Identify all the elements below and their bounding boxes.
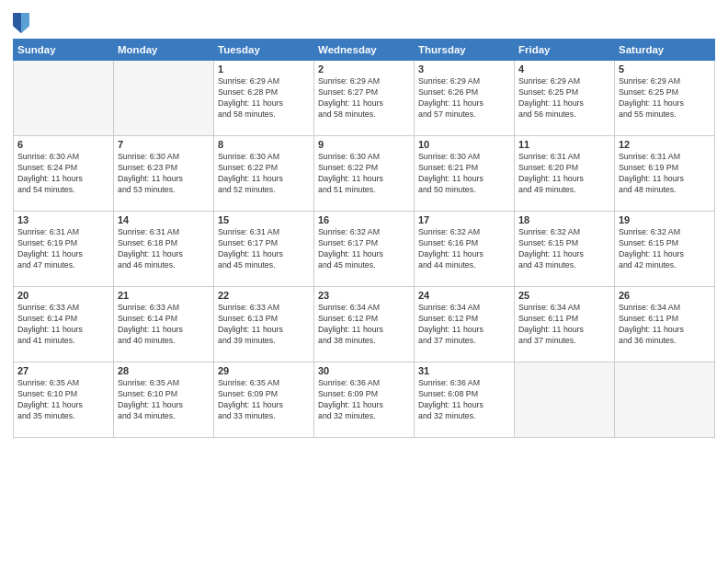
day-number: 16	[318, 214, 410, 225]
day-number: 1	[218, 63, 310, 75]
calendar: SundayMondayTuesdayWednesdayThursdayFrid…	[13, 39, 715, 438]
day-info: Sunrise: 6:29 AM Sunset: 6:26 PM Dayligh…	[418, 76, 510, 121]
calendar-cell: 2Sunrise: 6:29 AM Sunset: 6:27 PM Daylig…	[314, 61, 415, 136]
day-info: Sunrise: 6:35 AM Sunset: 6:10 PM Dayligh…	[17, 378, 109, 422]
day-info: Sunrise: 6:32 AM Sunset: 6:17 PM Dayligh…	[318, 227, 410, 271]
calendar-cell: 15Sunrise: 6:31 AM Sunset: 6:17 PM Dayli…	[214, 212, 314, 287]
calendar-cell: 25Sunrise: 6:34 AM Sunset: 6:11 PM Dayli…	[515, 287, 615, 362]
calendar-header-sunday: Sunday	[14, 40, 114, 61]
calendar-cell: 17Sunrise: 6:32 AM Sunset: 6:16 PM Dayli…	[415, 212, 515, 287]
calendar-week-5: 27Sunrise: 6:35 AM Sunset: 6:10 PM Dayli…	[14, 362, 715, 438]
day-info: Sunrise: 6:29 AM Sunset: 6:27 PM Dayligh…	[318, 76, 410, 121]
day-number: 6	[17, 139, 109, 150]
calendar-cell: 31Sunrise: 6:36 AM Sunset: 6:08 PM Dayli…	[415, 362, 515, 438]
calendar-cell: 7Sunrise: 6:30 AM Sunset: 6:23 PM Daylig…	[114, 136, 214, 212]
day-number: 17	[418, 214, 510, 225]
day-number: 28	[118, 365, 210, 376]
day-number: 2	[318, 63, 410, 75]
day-number: 31	[418, 365, 510, 376]
calendar-cell: 28Sunrise: 6:35 AM Sunset: 6:10 PM Dayli…	[114, 362, 214, 438]
calendar-week-2: 6Sunrise: 6:30 AM Sunset: 6:24 PM Daylig…	[14, 136, 715, 212]
calendar-cell: 14Sunrise: 6:31 AM Sunset: 6:18 PM Dayli…	[114, 212, 214, 287]
calendar-week-4: 20Sunrise: 6:33 AM Sunset: 6:14 PM Dayli…	[14, 287, 715, 362]
day-info: Sunrise: 6:35 AM Sunset: 6:10 PM Dayligh…	[118, 378, 210, 422]
calendar-cell: 21Sunrise: 6:33 AM Sunset: 6:14 PM Dayli…	[114, 287, 214, 362]
page: SundayMondayTuesdayWednesdayThursdayFrid…	[0, 0, 728, 563]
calendar-cell	[515, 362, 615, 438]
day-info: Sunrise: 6:33 AM Sunset: 6:13 PM Dayligh…	[218, 303, 310, 347]
calendar-cell: 8Sunrise: 6:30 AM Sunset: 6:22 PM Daylig…	[214, 136, 314, 212]
calendar-cell: 23Sunrise: 6:34 AM Sunset: 6:12 PM Dayli…	[314, 287, 415, 362]
day-number: 14	[118, 214, 210, 225]
calendar-week-1: 1Sunrise: 6:29 AM Sunset: 6:28 PM Daylig…	[14, 61, 715, 136]
day-info: Sunrise: 6:30 AM Sunset: 6:21 PM Dayligh…	[418, 152, 510, 196]
day-info: Sunrise: 6:34 AM Sunset: 6:12 PM Dayligh…	[318, 303, 410, 347]
day-info: Sunrise: 6:31 AM Sunset: 6:20 PM Dayligh…	[518, 152, 610, 196]
day-number: 4	[518, 63, 610, 75]
day-number: 12	[619, 139, 711, 150]
day-number: 8	[218, 139, 310, 150]
day-number: 13	[17, 214, 109, 225]
calendar-cell: 4Sunrise: 6:29 AM Sunset: 6:25 PM Daylig…	[515, 61, 615, 136]
day-info: Sunrise: 6:31 AM Sunset: 6:19 PM Dayligh…	[619, 152, 711, 196]
calendar-header-tuesday: Tuesday	[214, 40, 314, 61]
calendar-cell: 16Sunrise: 6:32 AM Sunset: 6:17 PM Dayli…	[314, 212, 415, 287]
day-number: 24	[418, 290, 510, 301]
calendar-cell: 27Sunrise: 6:35 AM Sunset: 6:10 PM Dayli…	[14, 362, 114, 438]
day-info: Sunrise: 6:29 AM Sunset: 6:25 PM Dayligh…	[619, 76, 711, 121]
day-number: 11	[518, 139, 610, 150]
calendar-cell: 3Sunrise: 6:29 AM Sunset: 6:26 PM Daylig…	[415, 61, 515, 136]
calendar-cell: 13Sunrise: 6:31 AM Sunset: 6:19 PM Dayli…	[14, 212, 114, 287]
day-info: Sunrise: 6:30 AM Sunset: 6:23 PM Dayligh…	[118, 152, 210, 196]
calendar-cell: 6Sunrise: 6:30 AM Sunset: 6:24 PM Daylig…	[14, 136, 114, 212]
day-number: 20	[17, 290, 109, 301]
calendar-header-friday: Friday	[515, 40, 615, 61]
calendar-cell: 12Sunrise: 6:31 AM Sunset: 6:19 PM Dayli…	[615, 136, 715, 212]
day-number: 30	[318, 365, 410, 376]
day-number: 27	[17, 365, 109, 376]
svg-marker-1	[21, 13, 29, 33]
day-info: Sunrise: 6:33 AM Sunset: 6:14 PM Dayligh…	[17, 303, 109, 347]
calendar-cell: 30Sunrise: 6:36 AM Sunset: 6:09 PM Dayli…	[314, 362, 415, 438]
calendar-cell: 18Sunrise: 6:32 AM Sunset: 6:15 PM Dayli…	[515, 212, 615, 287]
calendar-cell: 29Sunrise: 6:35 AM Sunset: 6:09 PM Dayli…	[214, 362, 314, 438]
day-number: 15	[218, 214, 310, 225]
calendar-header-monday: Monday	[114, 40, 214, 61]
calendar-header-saturday: Saturday	[615, 40, 715, 61]
calendar-cell: 1Sunrise: 6:29 AM Sunset: 6:28 PM Daylig…	[214, 61, 314, 136]
calendar-cell: 11Sunrise: 6:31 AM Sunset: 6:20 PM Dayli…	[515, 136, 615, 212]
calendar-cell: 10Sunrise: 6:30 AM Sunset: 6:21 PM Dayli…	[415, 136, 515, 212]
calendar-header-wednesday: Wednesday	[314, 40, 415, 61]
calendar-cell	[114, 61, 214, 136]
day-number: 23	[318, 290, 410, 301]
logo-icon	[13, 13, 29, 33]
day-number: 21	[118, 290, 210, 301]
day-info: Sunrise: 6:30 AM Sunset: 6:22 PM Dayligh…	[318, 152, 410, 196]
calendar-header-thursday: Thursday	[415, 40, 515, 61]
day-info: Sunrise: 6:31 AM Sunset: 6:18 PM Dayligh…	[118, 227, 210, 271]
calendar-cell: 20Sunrise: 6:33 AM Sunset: 6:14 PM Dayli…	[14, 287, 114, 362]
day-info: Sunrise: 6:34 AM Sunset: 6:11 PM Dayligh…	[619, 303, 711, 347]
day-info: Sunrise: 6:34 AM Sunset: 6:11 PM Dayligh…	[518, 303, 610, 347]
day-number: 9	[318, 139, 410, 150]
day-number: 7	[118, 139, 210, 150]
day-info: Sunrise: 6:33 AM Sunset: 6:14 PM Dayligh…	[118, 303, 210, 347]
calendar-header-row: SundayMondayTuesdayWednesdayThursdayFrid…	[14, 40, 715, 61]
day-info: Sunrise: 6:30 AM Sunset: 6:22 PM Dayligh…	[218, 152, 310, 196]
day-info: Sunrise: 6:35 AM Sunset: 6:09 PM Dayligh…	[218, 378, 310, 422]
svg-marker-2	[13, 13, 21, 33]
day-info: Sunrise: 6:36 AM Sunset: 6:08 PM Dayligh…	[418, 378, 510, 422]
day-info: Sunrise: 6:31 AM Sunset: 6:19 PM Dayligh…	[17, 227, 109, 271]
day-number: 3	[418, 63, 510, 75]
day-info: Sunrise: 6:34 AM Sunset: 6:12 PM Dayligh…	[418, 303, 510, 347]
day-number: 25	[518, 290, 610, 301]
day-info: Sunrise: 6:32 AM Sunset: 6:16 PM Dayligh…	[418, 227, 510, 271]
day-number: 18	[518, 214, 610, 225]
calendar-week-3: 13Sunrise: 6:31 AM Sunset: 6:19 PM Dayli…	[14, 212, 715, 287]
logo	[13, 11, 31, 33]
calendar-cell: 9Sunrise: 6:30 AM Sunset: 6:22 PM Daylig…	[314, 136, 415, 212]
day-info: Sunrise: 6:32 AM Sunset: 6:15 PM Dayligh…	[518, 227, 610, 271]
calendar-cell: 24Sunrise: 6:34 AM Sunset: 6:12 PM Dayli…	[415, 287, 515, 362]
day-info: Sunrise: 6:29 AM Sunset: 6:28 PM Dayligh…	[218, 76, 310, 121]
day-number: 5	[619, 63, 711, 75]
